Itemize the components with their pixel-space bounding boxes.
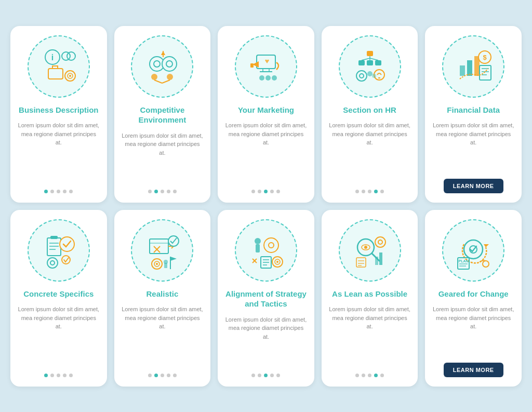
svg-line-15 <box>162 80 170 83</box>
dot-5 <box>276 190 280 193</box>
svg-rect-20 <box>250 63 254 68</box>
svg-rect-47 <box>50 236 58 239</box>
svg-text:i: i <box>51 53 54 62</box>
dot-3 <box>57 190 60 193</box>
card-title: Concrete Specifics <box>23 289 94 299</box>
card-realistic: Realistic Lorem ipsum dolor sit dim amet… <box>114 210 211 387</box>
dot-3 <box>368 374 371 377</box>
pagination-dots <box>44 374 73 377</box>
dot-2 <box>154 190 158 193</box>
pagination-dots <box>355 190 384 193</box>
svg-rect-38 <box>467 60 472 76</box>
dot-1 <box>355 374 359 377</box>
dot-5 <box>173 374 177 377</box>
svg-text:$: $ <box>483 54 487 61</box>
svg-point-36 <box>372 74 376 78</box>
pagination-dots <box>148 374 177 377</box>
dot-5 <box>380 190 384 193</box>
svg-rect-26 <box>367 60 373 65</box>
learn-more-button-2[interactable]: LEARN MORE <box>444 363 503 377</box>
icon-circle-business: i <box>28 35 90 98</box>
pagination-dots <box>148 190 177 193</box>
svg-point-85 <box>375 237 385 247</box>
dot-1 <box>148 374 152 377</box>
your-marketing-icon <box>245 46 287 87</box>
dot-5 <box>173 190 177 193</box>
card-alignment-strategy: Alignment of Strategy and Tactics Lorem … <box>218 210 314 387</box>
card-body: Lorem ipsum dolor sit dim amet, mea regi… <box>329 305 411 366</box>
svg-line-29 <box>362 58 370 60</box>
dot-4 <box>374 190 378 193</box>
alignment-strategy-icon <box>245 230 287 271</box>
card-concrete-specifics: Concrete Specifics Lorem ipsum dolor sit… <box>10 210 107 387</box>
dot-1 <box>44 374 48 377</box>
svg-point-54 <box>62 256 70 264</box>
card-body: Lorem ipsum dolor sit dim amet, mea regi… <box>329 121 411 182</box>
geared-change-icon: PLAN <box>453 230 494 271</box>
icon-circle-realistic <box>131 219 193 282</box>
dot-4 <box>167 190 170 193</box>
dot-3 <box>161 374 164 377</box>
svg-point-13 <box>167 74 173 80</box>
dot-4 <box>167 374 170 377</box>
card-title: Geared for Change <box>438 289 509 299</box>
card-body: Lorem ipsum dolor sit dim amet, mea regi… <box>122 131 204 182</box>
pagination-dots <box>251 190 280 193</box>
svg-line-14 <box>154 80 162 83</box>
svg-point-62 <box>156 263 158 265</box>
section-hr-icon <box>349 46 391 87</box>
pagination-dots <box>355 374 384 377</box>
svg-point-23 <box>272 75 277 81</box>
card-title: Alignment of Strategy and Tactics <box>225 289 307 309</box>
dot-5 <box>69 190 73 193</box>
svg-point-66 <box>255 238 261 244</box>
svg-rect-46 <box>47 238 61 256</box>
svg-point-10 <box>162 57 177 71</box>
realistic-icon <box>141 230 183 271</box>
svg-marker-93 <box>484 244 489 247</box>
card-body: Lorem ipsum dolor sit dim amet, mea regi… <box>432 121 514 171</box>
svg-point-33 <box>356 71 367 81</box>
dot-3 <box>264 190 268 193</box>
dot-5 <box>276 374 280 377</box>
card-financial-data: $ Financial Data Lorem ipsum dolor sit d… <box>425 26 522 203</box>
svg-point-82 <box>364 246 367 249</box>
svg-point-94 <box>483 261 489 267</box>
learn-more-button-1[interactable]: LEARN MORE <box>444 179 503 193</box>
dot-4 <box>63 374 66 377</box>
pagination-dots <box>44 190 73 193</box>
card-body: Lorem ipsum dolor sit dim amet, mea regi… <box>225 315 307 366</box>
dot-3 <box>57 374 60 377</box>
concrete-specifics-icon <box>38 230 79 271</box>
card-as-lean-as-possible: As Lean as Possible Lorem ipsum dolor si… <box>322 210 418 387</box>
card-body: Lorem ipsum dolor sit dim amet, mea regi… <box>122 305 204 366</box>
svg-rect-27 <box>375 60 381 65</box>
svg-rect-4 <box>48 69 63 79</box>
card-competitive-environment: Competitive Environment Lorem ipsum dolo… <box>114 26 211 203</box>
dot-1 <box>44 190 48 193</box>
card-title: As Lean as Possible <box>332 289 407 299</box>
dot-2 <box>258 374 261 377</box>
icon-circle-hr <box>339 35 401 98</box>
dot-4 <box>63 190 66 193</box>
icon-circle-geared: PLAN <box>442 219 504 282</box>
competitive-environment-icon <box>141 46 183 87</box>
icon-circle-competitive <box>131 35 193 98</box>
card-title: Section on HR <box>343 105 396 115</box>
dot-3 <box>264 374 268 377</box>
svg-point-68 <box>264 238 278 252</box>
card-business-description: i Business Description Lorem ipsum dolor… <box>10 26 107 203</box>
svg-rect-84 <box>379 252 382 265</box>
pagination-dots <box>251 374 280 377</box>
icon-circle-concrete <box>28 219 90 282</box>
dot-4 <box>374 374 378 377</box>
dot-5 <box>380 374 384 377</box>
dot-4 <box>270 190 274 193</box>
card-title: Your Marketing <box>238 105 294 115</box>
svg-point-35 <box>367 71 373 76</box>
svg-rect-83 <box>375 257 378 265</box>
card-title: Realistic <box>147 289 179 299</box>
card-section-hr: Section on HR Lorem ipsum dolor sit dim … <box>322 26 418 203</box>
icon-circle-financial: $ <box>442 35 504 98</box>
icon-circle-lean <box>339 219 401 282</box>
